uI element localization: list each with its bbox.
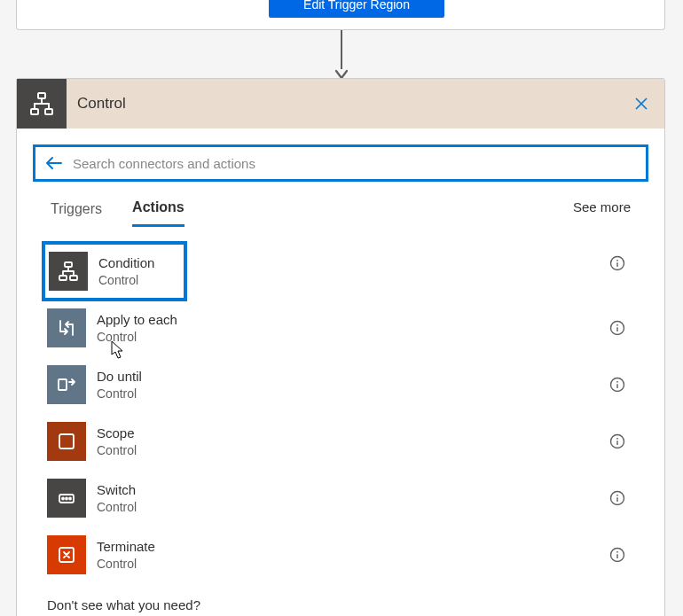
action-texts: Apply to eachControl [97, 311, 177, 345]
control-connector-icon [17, 79, 67, 129]
action-item-condition[interactable]: ConditionControl [43, 243, 185, 300]
action-texts: ConditionControl [98, 254, 154, 288]
action-connector: Control [97, 386, 142, 402]
action-name: Terminate [97, 538, 155, 556]
svg-rect-0 [38, 93, 45, 98]
action-connector: Control [97, 329, 177, 345]
svg-rect-2 [45, 109, 52, 114]
action-connector: Control [97, 442, 137, 458]
tab-actions[interactable]: Actions [132, 199, 184, 227]
svg-point-10 [616, 381, 618, 383]
previous-step-card: Edit Trigger Region [16, 0, 665, 30]
switch-icon [47, 479, 86, 518]
action-item-scope[interactable]: ScopeControl [17, 413, 664, 470]
action-connector: Control [97, 499, 137, 515]
terminate-icon [47, 535, 86, 574]
svg-rect-8 [59, 379, 67, 390]
action-texts: SwitchControl [97, 481, 137, 515]
close-icon[interactable] [631, 93, 652, 114]
action-connector: Control [98, 272, 154, 288]
info-icon[interactable] [609, 320, 625, 336]
svg-point-15 [62, 498, 64, 500]
info-icon[interactable] [609, 433, 625, 449]
action-item-do-until[interactable]: Do untilControl [17, 356, 664, 413]
flow-arrow [335, 30, 348, 80]
info-icon[interactable] [609, 377, 625, 393]
svg-rect-11 [59, 434, 74, 448]
footer-text: Don't see what you need? [17, 583, 664, 616]
apply-icon [47, 308, 86, 347]
svg-point-19 [616, 495, 618, 496]
svg-point-17 [69, 498, 71, 500]
action-name: Condition [98, 254, 154, 272]
search-box[interactable] [33, 144, 648, 182]
action-name: Apply to each [97, 311, 177, 329]
back-arrow-icon[interactable] [35, 145, 71, 181]
scope-icon [47, 422, 86, 461]
info-icon[interactable] [609, 547, 625, 563]
condition-icon [49, 252, 88, 291]
action-connector: Control [97, 556, 155, 572]
action-texts: Do untilControl [97, 368, 142, 402]
search-input[interactable] [71, 147, 646, 179]
action-item-switch[interactable]: SwitchControl [17, 470, 664, 526]
tabs-row: Triggers Actions See more [17, 185, 664, 227]
action-texts: ScopeControl [97, 425, 137, 458]
svg-point-24 [616, 260, 618, 261]
info-icon[interactable] [609, 490, 625, 506]
action-item-terminate[interactable]: TerminateControl [17, 526, 664, 583]
svg-rect-1 [31, 109, 38, 114]
action-item-apply-to-each[interactable]: Apply to eachControl [17, 300, 664, 356]
edit-trigger-label: Edit Trigger Region [303, 0, 410, 12]
svg-point-13 [616, 438, 618, 440]
edit-trigger-button[interactable]: Edit Trigger Region [269, 0, 444, 18]
svg-point-22 [616, 551, 618, 553]
action-name: Scope [97, 425, 137, 442]
info-icon[interactable] [609, 255, 625, 271]
svg-point-7 [616, 324, 618, 326]
action-list: ConditionControlApply to eachControlDo u… [17, 243, 664, 583]
action-picker-panel: Control Triggers Actions See more Condit… [16, 78, 665, 616]
dountil-icon [47, 365, 86, 404]
see-more-link[interactable]: See more [573, 199, 631, 214]
action-name: Do until [97, 368, 142, 386]
action-name: Switch [97, 481, 137, 499]
tab-triggers[interactable]: Triggers [51, 201, 102, 226]
panel-title: Control [77, 95, 126, 113]
action-texts: TerminateControl [97, 538, 155, 572]
panel-header: Control [17, 79, 664, 129]
svg-point-16 [66, 498, 67, 500]
